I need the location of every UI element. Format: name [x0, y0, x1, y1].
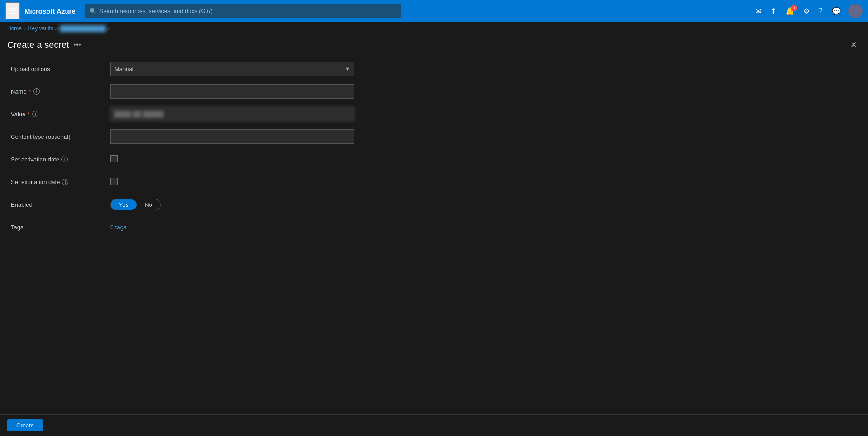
expiration-date-checkbox[interactable]	[110, 178, 118, 185]
activation-date-control	[110, 155, 354, 164]
close-button[interactable]: ✕	[847, 38, 861, 52]
bell-icon[interactable]: 🔔 3	[782, 4, 798, 18]
avatar[interactable]	[848, 4, 863, 18]
breadcrumb-sep3: >	[108, 26, 110, 31]
upload-options-row: Upload options Manual ▼	[11, 62, 857, 76]
page-header: Create a secret ••• ✕	[0, 35, 868, 57]
expiration-date-control	[110, 178, 354, 186]
page-title: Create a secret	[7, 40, 69, 50]
settings-icon[interactable]: ⚙	[800, 4, 813, 18]
notification-badge: 3	[791, 5, 797, 11]
breadcrumb: Home > Key vaults > ████████████ >	[0, 22, 868, 35]
more-options-icon[interactable]: •••	[74, 41, 81, 49]
upload-options-control: Manual ▼	[110, 62, 354, 76]
activation-info-icon[interactable]: i	[61, 156, 68, 162]
search-input[interactable]	[99, 8, 396, 14]
activation-date-checkbox[interactable]	[110, 155, 118, 162]
enabled-label: Enabled	[11, 201, 110, 208]
content-type-label: Content type (optional)	[11, 133, 110, 140]
content-type-row: Content type (optional)	[11, 129, 857, 144]
breadcrumb-key-vaults[interactable]: Key vaults	[28, 25, 53, 32]
breadcrumb-sep1: >	[24, 26, 26, 31]
breadcrumb-home[interactable]: Home	[7, 25, 22, 32]
enabled-control: Yes No	[110, 199, 354, 210]
search-icon: 🔍	[90, 8, 97, 14]
enabled-no-button[interactable]: No	[137, 199, 160, 210]
upload-options-select[interactable]: Manual	[110, 62, 354, 76]
enabled-toggle-group: Yes No	[110, 199, 161, 210]
value-control	[110, 107, 354, 121]
notifications-email-icon[interactable]: ✉	[752, 4, 765, 18]
value-input[interactable]	[110, 107, 354, 121]
name-required-star: *	[29, 88, 31, 95]
create-button[interactable]: Create	[7, 419, 43, 431]
value-required-star: *	[28, 111, 30, 118]
topbar: ☰ Microsoft Azure 🔍 ✉ ⬆ 🔔 3 ⚙ ? 💬	[0, 0, 868, 22]
breadcrumb-sep2: >	[55, 26, 58, 31]
content-type-input[interactable]	[110, 129, 354, 144]
tags-row: Tags 0 tags	[11, 220, 857, 234]
name-info-icon[interactable]: i	[33, 88, 40, 95]
upload-options-label: Upload options	[11, 66, 110, 72]
cloud-upload-icon[interactable]: ⬆	[767, 4, 780, 18]
enabled-row: Enabled Yes No	[11, 197, 857, 212]
name-control	[110, 84, 354, 99]
help-icon[interactable]: ?	[815, 4, 826, 18]
value-label: Value * i	[11, 111, 110, 118]
activation-date-row: Set activation date i	[11, 152, 857, 166]
tags-control: 0 tags	[110, 224, 354, 231]
enabled-yes-button[interactable]: Yes	[111, 199, 137, 210]
search-bar[interactable]: 🔍	[85, 4, 401, 18]
name-row: Name * i	[11, 84, 857, 99]
upload-options-select-wrapper: Manual ▼	[110, 62, 354, 76]
name-label: Name * i	[11, 88, 110, 95]
name-input[interactable]	[110, 84, 354, 99]
feedback-icon[interactable]: 💬	[828, 4, 844, 18]
form-content: Upload options Manual ▼ Name * i Value *…	[0, 57, 868, 247]
expiration-date-label: Set expiration date i	[11, 179, 110, 185]
content-type-control	[110, 129, 354, 144]
tags-label: Tags	[11, 224, 110, 231]
activation-date-label: Set activation date i	[11, 156, 110, 163]
topbar-icons: ✉ ⬆ 🔔 3 ⚙ ? 💬	[752, 4, 863, 18]
azure-logo: Microsoft Azure	[24, 7, 75, 15]
bottom-bar: Create	[0, 414, 868, 436]
tags-link[interactable]: 0 tags	[110, 224, 126, 231]
expiration-date-row: Set expiration date i	[11, 175, 857, 189]
menu-icon[interactable]: ☰	[5, 2, 20, 19]
value-row: Value * i	[11, 107, 857, 121]
expiration-info-icon[interactable]: i	[62, 179, 68, 185]
value-info-icon[interactable]: i	[32, 111, 38, 117]
breadcrumb-vault-name[interactable]: ████████████	[60, 25, 106, 32]
